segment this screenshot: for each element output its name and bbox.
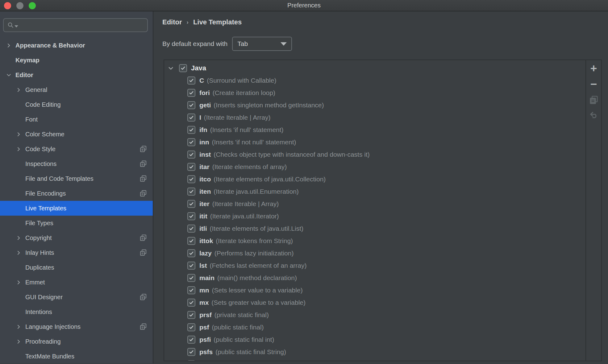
- template-checkbox[interactable]: [187, 360, 195, 361]
- template-row-prsf[interactable]: prsf(private static final): [164, 309, 585, 321]
- add-template-button[interactable]: +: [589, 63, 599, 74]
- template-checkbox[interactable]: [187, 348, 195, 356]
- template-row-mx[interactable]: mx(Sets greater value to a variable): [164, 296, 585, 309]
- sidebar-item-editor[interactable]: Editor: [0, 68, 153, 82]
- template-row-iter[interactable]: iter(Iterate Iterable | Array): [164, 198, 585, 210]
- template-checkbox[interactable]: [187, 323, 195, 331]
- template-checkbox[interactable]: [187, 200, 195, 208]
- template-checkbox[interactable]: [187, 336, 195, 344]
- sidebar-item-color-scheme[interactable]: Color Scheme: [0, 127, 153, 142]
- template-group-row-java[interactable]: Java: [164, 62, 585, 74]
- template-row-lst[interactable]: lst(Fetches last element of an array): [164, 259, 585, 272]
- template-row-fori[interactable]: fori(Create iteration loop): [164, 87, 585, 99]
- search-options-caret-icon[interactable]: [15, 25, 18, 27]
- chevron-right-icon[interactable]: [16, 339, 21, 344]
- tree-expand-toggle[interactable]: [16, 147, 25, 152]
- template-checkbox[interactable]: [187, 114, 195, 122]
- remove-template-button[interactable]: −: [589, 79, 599, 89]
- tree-expand-toggle[interactable]: [16, 339, 25, 344]
- template-row-psf[interactable]: psf(public static final): [164, 321, 585, 333]
- template-checkbox[interactable]: [187, 138, 195, 146]
- template-row-geti[interactable]: geti(Inserts singleton method getInstanc…: [164, 99, 585, 111]
- sidebar-item-font[interactable]: Font: [0, 112, 153, 127]
- template-row-lazy[interactable]: lazy(Performs lazy initialization): [164, 247, 585, 259]
- sidebar-item-code-editing[interactable]: Code Editing: [0, 97, 153, 112]
- sidebar-item-inspections[interactable]: Inspections: [0, 156, 153, 171]
- chevron-right-icon[interactable]: [16, 147, 21, 152]
- template-checkbox[interactable]: [187, 101, 195, 109]
- tree-expand-toggle[interactable]: [6, 43, 15, 48]
- template-checkbox[interactable]: [187, 77, 195, 85]
- sidebar-item-duplicates[interactable]: Duplicates: [0, 260, 153, 275]
- chevron-right-icon[interactable]: [16, 132, 21, 137]
- template-row-itco[interactable]: itco(Iterate elements of java.util.Colle…: [164, 173, 585, 185]
- tree-expand-toggle[interactable]: [16, 235, 25, 241]
- template-checkbox[interactable]: [187, 163, 195, 171]
- template-row-psfi[interactable]: psfi(public static final int): [164, 333, 585, 346]
- template-checkbox[interactable]: [187, 311, 195, 319]
- group-expand-toggle[interactable]: [168, 65, 174, 71]
- template-row-i[interactable]: I(Iterate Iterable | Array): [164, 111, 585, 124]
- chevron-right-icon[interactable]: [16, 324, 21, 329]
- chevron-right-icon[interactable]: [16, 280, 21, 285]
- sidebar-item-textmate-bundles[interactable]: TextMate Bundles: [0, 349, 153, 364]
- sidebar-item-emmet[interactable]: Emmet: [0, 275, 153, 290]
- template-row-partial[interactable]: [164, 358, 585, 361]
- tree-expand-toggle[interactable]: [16, 280, 25, 285]
- settings-search-box[interactable]: [3, 18, 148, 32]
- template-checkbox[interactable]: [187, 175, 195, 183]
- sidebar-item-appearance-behavior[interactable]: Appearance & Behavior: [0, 38, 153, 53]
- template-row-itli[interactable]: itli(Iterate elements of java.util.List): [164, 222, 585, 235]
- template-checkbox[interactable]: [187, 89, 195, 97]
- chevron-down-icon[interactable]: [168, 65, 174, 71]
- template-row-c[interactable]: C(Surround with Callable): [164, 74, 585, 87]
- expand-with-dropdown[interactable]: Tab: [232, 37, 292, 51]
- template-row-mn[interactable]: mn(Sets lesser value to a variable): [164, 284, 585, 296]
- sidebar-item-keymap[interactable]: Keymap: [0, 53, 153, 68]
- chevron-down-icon[interactable]: [6, 72, 11, 78]
- chevron-right-icon[interactable]: [16, 250, 21, 255]
- tree-expand-toggle[interactable]: [16, 324, 25, 329]
- sidebar-item-live-templates[interactable]: Live Templates: [0, 201, 153, 216]
- template-checkbox[interactable]: [187, 249, 195, 257]
- template-row-inst[interactable]: inst(Checks object type with instanceof …: [164, 148, 585, 161]
- tree-expand-toggle[interactable]: [16, 250, 25, 255]
- template-row-ittok[interactable]: ittok(Iterate tokens from String): [164, 235, 585, 247]
- tree-expand-toggle[interactable]: [6, 72, 15, 78]
- settings-search-input[interactable]: [20, 22, 144, 29]
- sidebar-item-gui-designer[interactable]: GUI Designer: [0, 290, 153, 304]
- chevron-right-icon[interactable]: [16, 235, 21, 241]
- close-window-button[interactable]: [4, 2, 11, 9]
- template-checkbox[interactable]: [179, 64, 187, 72]
- template-checkbox[interactable]: [187, 225, 195, 233]
- sidebar-item-file-and-code-templates[interactable]: File and Code Templates: [0, 171, 153, 186]
- template-row-psfs[interactable]: psfs(public static final String): [164, 346, 585, 358]
- template-checkbox[interactable]: [187, 237, 195, 245]
- template-checkbox[interactable]: [187, 151, 195, 159]
- sidebar-item-file-types[interactable]: File Types: [0, 216, 153, 230]
- template-checkbox[interactable]: [187, 188, 195, 196]
- template-checkbox[interactable]: [187, 299, 195, 307]
- sidebar-item-proofreading[interactable]: Proofreading: [0, 334, 153, 349]
- sidebar-item-inlay-hints[interactable]: Inlay Hints: [0, 245, 153, 260]
- sidebar-item-code-style[interactable]: Code Style: [0, 142, 153, 156]
- template-checkbox[interactable]: [187, 262, 195, 270]
- tree-expand-toggle[interactable]: [16, 132, 25, 137]
- template-checkbox[interactable]: [187, 212, 195, 220]
- breadcrumb-editor[interactable]: Editor: [162, 18, 182, 26]
- template-checkbox[interactable]: [187, 274, 195, 282]
- template-row-itar[interactable]: itar(Iterate elements of array): [164, 161, 585, 173]
- chevron-right-icon[interactable]: [6, 43, 11, 48]
- sidebar-item-language-injections[interactable]: Language Injections: [0, 319, 153, 334]
- sidebar-item-file-encodings[interactable]: File Encodings: [0, 186, 153, 201]
- zoom-window-button[interactable]: [29, 2, 36, 9]
- template-checkbox[interactable]: [187, 126, 195, 134]
- chevron-right-icon[interactable]: [16, 87, 21, 93]
- sidebar-item-intentions[interactable]: Intentions: [0, 304, 153, 319]
- sidebar-item-copyright[interactable]: Copyright: [0, 230, 153, 245]
- template-row-inn[interactable]: inn(Inserts 'if not null' statement): [164, 136, 585, 148]
- template-row-ifn[interactable]: ifn(Inserts 'if null' statement): [164, 124, 585, 136]
- template-row-iten[interactable]: iten(Iterate java.util.Enumeration): [164, 185, 585, 198]
- tree-expand-toggle[interactable]: [16, 87, 25, 93]
- template-row-itit[interactable]: itit(Iterate java.util.Iterator): [164, 210, 585, 222]
